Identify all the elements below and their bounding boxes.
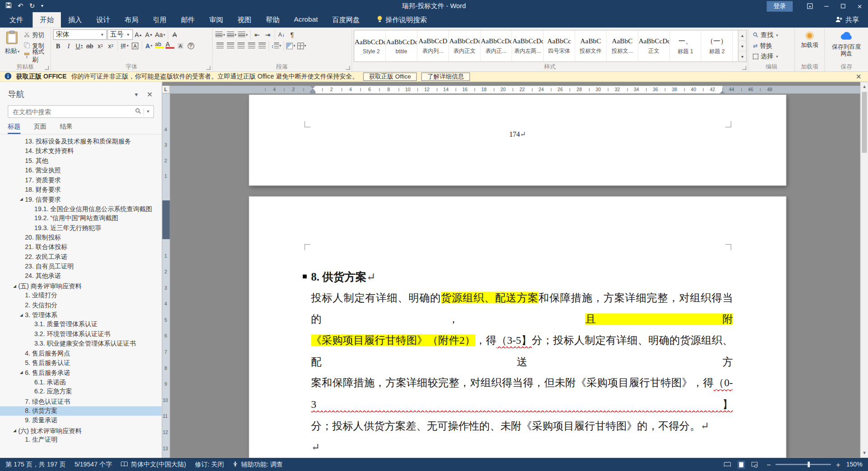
increase-indent-button[interactable]: ⇥	[263, 29, 272, 40]
multilevel-list-button[interactable]: ▾	[237, 29, 248, 40]
character-shading-button[interactable]: A	[175, 41, 185, 51]
justify-button[interactable]	[246, 41, 256, 51]
nav-tab-标题[interactable]: 标题	[8, 122, 20, 134]
font-name-combo[interactable]: 宋体▼	[53, 29, 107, 40]
save-icon[interactable]	[5, 2, 11, 10]
nav-item[interactable]: 5. 售后服务认证	[0, 358, 162, 368]
expand-arrow-icon[interactable]: ◢	[11, 425, 18, 435]
minimize-button[interactable]	[818, 0, 835, 12]
style-item[interactable]: AaBbCcDc_Style 2	[354, 30, 386, 61]
replace-button[interactable]: ⇄ 替换	[750, 41, 793, 51]
tab-视图[interactable]: 视图	[230, 12, 259, 28]
tab-邮件[interactable]: 邮件	[174, 12, 202, 28]
nav-close-icon[interactable]: ✕	[147, 90, 152, 98]
nav-item[interactable]: 24. 其他承诺	[0, 272, 162, 281]
sort-button[interactable]: A↓	[277, 29, 286, 40]
font-dialog-launcher[interactable]	[207, 66, 211, 70]
grow-font-button[interactable]: A▲	[134, 29, 143, 40]
nav-item[interactable]: 3.3. 职业健康安全管理体系认证证书	[0, 339, 162, 348]
expand-arrow-icon[interactable]: ◢	[11, 281, 18, 291]
distribute-button[interactable]	[257, 41, 267, 51]
nav-tab-结果[interactable]: 结果	[60, 122, 73, 134]
style-item[interactable]: AaBbCcDdI表内正文	[449, 30, 480, 61]
nav-item[interactable]: 8. 供货方案	[0, 406, 162, 416]
show-marks-button[interactable]: ¶	[287, 29, 297, 40]
nav-item[interactable]: 2. 失信扣分	[0, 300, 162, 310]
tab-设计[interactable]: 设计	[89, 12, 118, 28]
nav-item[interactable]: 9. 质量承诺	[0, 416, 162, 425]
nav-item[interactable]: 19.1. 全国企业信用信息公示系统查询截图	[0, 204, 162, 213]
read-mode-icon[interactable]	[722, 461, 732, 468]
learn-more-button[interactable]: 了解详细信息	[421, 73, 470, 81]
tab-Acrobat[interactable]: Acrobat	[287, 12, 325, 28]
decrease-indent-button[interactable]: ⇤	[252, 29, 262, 40]
tab-selector-button[interactable]: L	[162, 86, 170, 93]
nav-item[interactable]: 20. 限制投标	[0, 233, 162, 242]
zoom-in-icon[interactable]: +	[835, 460, 841, 468]
expand-arrow-icon[interactable]: ◢	[18, 194, 25, 204]
scrollbar-thumb[interactable]	[862, 92, 867, 153]
customize-qat-icon[interactable]: ▾	[41, 3, 43, 9]
nav-item[interactable]: ◢19. 信誉要求	[0, 194, 162, 204]
nav-tab-页面[interactable]: 页面	[34, 122, 46, 134]
print-layout-icon[interactable]	[737, 460, 745, 468]
nav-item[interactable]: 14. 技术支持资料	[0, 146, 162, 156]
login-button[interactable]: 登录	[766, 1, 793, 11]
tab-引用[interactable]: 引用	[146, 12, 174, 28]
nav-item[interactable]: 19.2. “信用中国”网站查询截图	[0, 214, 162, 223]
nav-item[interactable]: 15. 其他	[0, 156, 162, 166]
phonetic-guide-button[interactable]: 拼▾	[120, 41, 129, 51]
nav-item[interactable]: 19.3. 近三年无行贿犯罪	[0, 223, 162, 233]
addins-button[interactable]: 加载项	[797, 29, 823, 48]
nav-item[interactable]: 1. 生产证明	[0, 435, 162, 445]
web-layout-icon[interactable]	[750, 460, 759, 468]
numbering-button[interactable]: ▾	[226, 29, 237, 40]
ribbon-display-options-icon[interactable]	[802, 0, 818, 12]
get-genuine-office-button[interactable]: 获取正版 Office	[363, 73, 417, 81]
borders-button[interactable]: ▾	[296, 41, 307, 51]
clipboard-dialog-launcher[interactable]	[45, 66, 49, 70]
enclose-characters-button[interactable]: 字	[186, 41, 196, 51]
tab-file[interactable]: 文件	[0, 12, 32, 28]
undo-icon[interactable]: ↶	[18, 3, 23, 9]
nav-item[interactable]: 1. 业绩打分	[0, 291, 162, 300]
line-spacing-button[interactable]: ↕▾	[271, 41, 282, 51]
bold-button[interactable]: B	[53, 41, 63, 51]
underline-button[interactable]: U▾	[74, 41, 84, 51]
close-button[interactable]: ×	[851, 0, 868, 12]
style-item[interactable]: AaBbCcDcbtitle	[386, 30, 417, 61]
style-item[interactable]: 一、标题 1	[670, 30, 702, 61]
paragraph-dialog-launcher[interactable]	[346, 66, 350, 70]
styles-dialog-launcher[interactable]	[742, 66, 746, 70]
zoom-percentage[interactable]: 150%	[845, 461, 862, 468]
style-item[interactable]: AaBbCcDdEe表内左两...	[512, 30, 544, 61]
tab-布局[interactable]: 布局	[117, 12, 146, 28]
tab-帮助[interactable]: 帮助	[259, 12, 287, 28]
nav-options-chevron-icon[interactable]: ▾	[135, 91, 138, 98]
strikethrough-button[interactable]: ab	[85, 41, 95, 51]
nav-item[interactable]: 3.1. 质量管理体系认证	[0, 320, 162, 329]
page-indicator[interactable]: 第 175 页，共 197 页	[5, 460, 65, 468]
italic-button[interactable]: I	[64, 41, 74, 51]
left-indent-marker[interactable]	[310, 91, 315, 93]
style-item[interactable]: AaBbC投标文件	[575, 30, 607, 61]
tab-插入[interactable]: 插入	[61, 12, 89, 28]
shading-button[interactable]: ▾	[286, 41, 296, 51]
h-ruler[interactable]: 4224681012141618202224262830323436384042…	[162, 86, 860, 93]
language-indicator[interactable]: 简体中文(中国大陆)	[121, 460, 186, 468]
warning-close-icon[interactable]: ✕	[854, 73, 863, 80]
shrink-font-button[interactable]: A▼	[144, 29, 154, 40]
redo-icon[interactable]: ↻	[29, 3, 35, 9]
text-effects-button[interactable]: A▾	[144, 41, 154, 51]
maximize-button[interactable]	[835, 0, 851, 12]
share-button[interactable]: 共享	[826, 12, 868, 28]
tell-me-search[interactable]: 操作说明搜索	[377, 12, 427, 28]
save-to-baidu-button[interactable]: 保存到百度网盘	[831, 29, 862, 56]
style-item[interactable]: AaBbCcDdI表内正...	[480, 30, 512, 61]
nav-item[interactable]: 4. 售后服务网点	[0, 349, 162, 358]
zoom-out-icon[interactable]: −	[766, 460, 772, 468]
character-border-button[interactable]: A	[130, 41, 140, 51]
page-content[interactable]: 8. 供货方案↵ 投标人制定有详细、明确的货源组织、配送方案和保障措施，方案详细…	[311, 197, 733, 458]
nav-item[interactable]: 22. 农民工承诺	[0, 252, 162, 262]
style-item[interactable]: AaBbCcD表内列...	[417, 30, 449, 61]
